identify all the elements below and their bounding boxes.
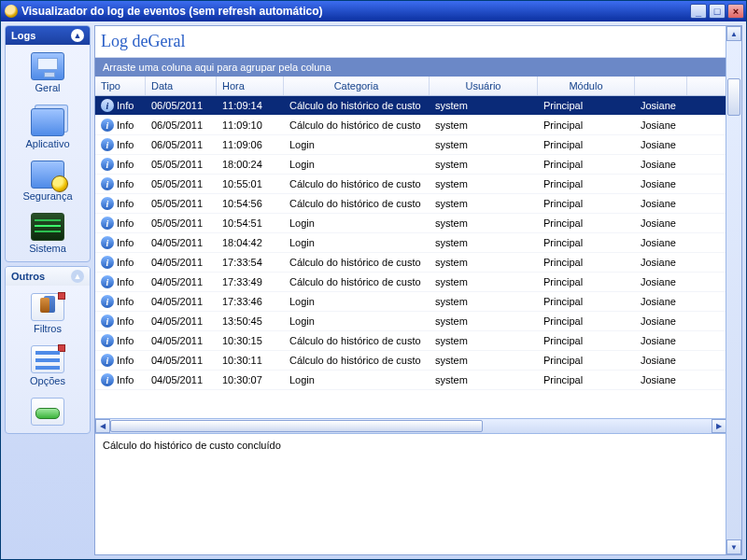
- table-row[interactable]: iInfo06/05/201111:09:06LoginsystemPrinci…: [95, 135, 726, 155]
- info-icon: i: [101, 119, 114, 132]
- close-button[interactable]: ×: [727, 4, 744, 19]
- table-row[interactable]: iInfo04/05/201117:33:49Cálculo do histór…: [95, 273, 726, 292]
- page-title: Log deGeral: [95, 26, 726, 58]
- scrollbar-track[interactable]: [110, 419, 712, 433]
- col-hora[interactable]: Hora: [217, 77, 284, 95]
- info-icon: i: [101, 177, 114, 190]
- info-icon: i: [101, 99, 114, 112]
- detail-panel: Cálculo do histórico de custo concluído: [95, 433, 726, 554]
- table-row[interactable]: iInfo04/05/201110:30:07LoginsystemPrinci…: [95, 371, 726, 390]
- info-icon: i: [101, 236, 114, 249]
- col-tipo[interactable]: Tipo: [95, 77, 146, 95]
- table-row[interactable]: iInfo04/05/201117:33:54Cálculo do histór…: [95, 253, 726, 273]
- vertical-scrollbar-thumb[interactable]: [727, 78, 740, 116]
- panel-title: Outros: [11, 271, 45, 282]
- info-icon: i: [101, 295, 114, 308]
- col-data[interactable]: Data: [146, 77, 217, 95]
- filter-tools-icon: [31, 293, 64, 321]
- sidebar-item-extra[interactable]: [7, 396, 88, 427]
- info-icon: i: [101, 334, 114, 347]
- main-panel: ▲ ▼ Log deGeral Arraste uma coluna aqui …: [94, 25, 742, 555]
- table-row[interactable]: iInfo05/05/201110:54:51LoginsystemPrinci…: [95, 214, 726, 233]
- sidebar-item-filtros[interactable]: Filtros: [7, 291, 88, 336]
- sidebar-item-label: Segurança: [22, 190, 72, 202]
- table-row[interactable]: iInfo06/05/201111:09:10Cálculo do histór…: [95, 116, 726, 135]
- info-icon: i: [101, 256, 114, 269]
- sidebar-item-label: Opções: [30, 375, 65, 386]
- group-by-bar[interactable]: Arraste uma coluna aqui para agrupar pel…: [95, 58, 726, 77]
- progress-icon: [31, 398, 64, 426]
- app-icon: [5, 5, 18, 18]
- security-lock-icon: [31, 161, 64, 189]
- info-icon: i: [101, 275, 114, 288]
- scroll-down-button[interactable]: ▼: [726, 539, 741, 554]
- sidebar-item-label: Aplicativo: [25, 138, 69, 149]
- sidebar-item-aplicativo[interactable]: Aplicativo: [7, 103, 88, 151]
- grid-header: Tipo Data Hora Categoria Usuário Módulo: [95, 77, 726, 96]
- col-usuario[interactable]: Usuário: [430, 77, 538, 95]
- panel-outros: Outros ▲ Filtros Opções: [5, 266, 91, 434]
- info-icon: i: [101, 197, 114, 210]
- table-row[interactable]: iInfo05/05/201118:00:24LoginsystemPrinci…: [95, 155, 726, 175]
- grid-body: iInfo06/05/201111:09:14Cálculo do histór…: [95, 96, 726, 418]
- options-icon: [31, 345, 64, 373]
- monitor-icon: [31, 52, 64, 80]
- titlebar[interactable]: Visualizador do log de eventos (sem refr…: [1, 1, 746, 21]
- sidebar-item-label: Filtros: [34, 323, 62, 334]
- log-grid: Tipo Data Hora Categoria Usuário Módulo …: [95, 77, 726, 418]
- panel-logs: Logs ▲ Geral Aplicativo Segurança: [5, 25, 91, 262]
- sidebar-item-label: Sistema: [29, 243, 66, 254]
- sidebar-item-geral[interactable]: Geral: [7, 50, 88, 95]
- table-row[interactable]: iInfo05/05/201110:55:01Cálculo do histór…: [95, 175, 726, 194]
- info-icon: i: [101, 354, 114, 367]
- system-monitor-icon: [31, 213, 64, 241]
- sidebar: Logs ▲ Geral Aplicativo Segurança: [1, 21, 94, 559]
- window-title: Visualizador do log de eventos (sem refr…: [21, 5, 690, 18]
- info-icon: i: [101, 373, 114, 386]
- panel-header-logs[interactable]: Logs ▲: [6, 26, 90, 45]
- panel-header-outros[interactable]: Outros ▲: [6, 267, 90, 286]
- info-icon: i: [101, 138, 114, 151]
- sidebar-item-label: Geral: [35, 82, 61, 93]
- chevron-up-icon: ▲: [71, 29, 84, 42]
- info-icon: i: [101, 315, 114, 328]
- app-window: Visualizador do log de eventos (sem refr…: [0, 0, 747, 560]
- sidebar-item-seguranca[interactable]: Segurança: [7, 159, 88, 203]
- sidebar-item-sistema[interactable]: Sistema: [7, 211, 88, 256]
- horizontal-scrollbar-thumb[interactable]: [110, 420, 483, 432]
- table-row[interactable]: iInfo04/05/201117:33:46LoginsystemPrinci…: [95, 292, 726, 312]
- info-icon: i: [101, 158, 114, 171]
- col-categoria[interactable]: Categoria: [284, 77, 430, 95]
- table-row[interactable]: iInfo04/05/201110:30:15Cálculo do histór…: [95, 331, 726, 351]
- minimize-button[interactable]: _: [690, 4, 707, 19]
- table-row[interactable]: iInfo04/05/201113:50:45LoginsystemPrinci…: [95, 312, 726, 331]
- scroll-up-button[interactable]: ▲: [726, 26, 741, 41]
- table-row[interactable]: iInfo04/05/201118:04:42LoginsystemPrinci…: [95, 233, 726, 253]
- sidebar-item-opcoes[interactable]: Opções: [7, 343, 88, 388]
- table-row[interactable]: iInfo05/05/201110:54:56Cálculo do histór…: [95, 194, 726, 214]
- windows-icon: [31, 108, 64, 136]
- scroll-right-button[interactable]: ▶: [712, 419, 726, 433]
- col-extra[interactable]: [635, 77, 687, 95]
- chevron-up-icon: ▲: [71, 270, 84, 283]
- scroll-left-button[interactable]: ◀: [95, 419, 110, 433]
- col-modulo[interactable]: Módulo: [538, 77, 635, 95]
- maximize-button[interactable]: □: [709, 4, 726, 19]
- panel-title: Logs: [11, 30, 35, 41]
- table-row[interactable]: iInfo06/05/201111:09:14Cálculo do histór…: [95, 96, 726, 116]
- horizontal-scrollbar: ◀ ▶: [95, 418, 726, 433]
- table-row[interactable]: iInfo04/05/201110:30:11Cálculo do histór…: [95, 351, 726, 371]
- info-icon: i: [101, 217, 114, 230]
